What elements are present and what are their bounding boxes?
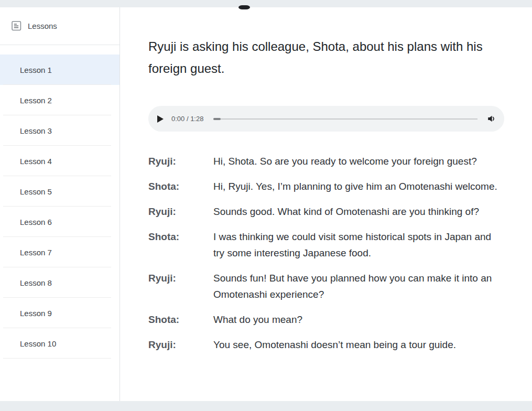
audio-player[interactable]: 0:00 / 1:28 xyxy=(148,106,504,132)
dialogue-transcript: Ryuji: Hi, Shota. So are you ready to we… xyxy=(148,153,504,353)
lessons-icon xyxy=(12,21,21,31)
lesson-item-label: Lesson 2 xyxy=(20,96,52,105)
sidebar-item-lesson-6[interactable]: Lesson 6 xyxy=(0,207,120,237)
sidebar-header: Lessons xyxy=(0,7,120,45)
dialogue-speaker: Ryuji: xyxy=(148,270,213,302)
dialogue-row: Shota: Hi, Ryuji. Yes, I’m planning to g… xyxy=(148,178,504,194)
dialogue-line: Sounds fun! But have you planned how you… xyxy=(213,270,504,302)
sidebar-item-lesson-1[interactable]: Lesson 1 xyxy=(0,55,120,85)
sidebar-title: Lessons xyxy=(28,21,57,30)
lesson-intro-text: Ryuji is asking his colleague, Shota, ab… xyxy=(148,36,504,80)
lesson-item-label: Lesson 3 xyxy=(20,126,52,135)
lessons-sidebar: Lessons Lesson 1 Lesson 2 Lesson 3 Lesso… xyxy=(0,7,120,401)
audio-time-display: 0:00 / 1:28 xyxy=(171,115,203,123)
sidebar-item-lesson-10[interactable]: Lesson 10 xyxy=(0,328,120,359)
sidebar-item-lesson-9[interactable]: Lesson 9 xyxy=(0,298,120,328)
lesson-content: Ryuji is asking his colleague, Shota, ab… xyxy=(120,7,532,401)
sidebar-item-lesson-3[interactable]: Lesson 3 xyxy=(0,115,120,146)
dialogue-row: Shota: I was thinking we could visit som… xyxy=(148,229,504,261)
dialogue-row: Shota: What do you mean? xyxy=(148,311,504,328)
dialogue-row: Ryuji: Sounds fun! But have you planned … xyxy=(148,270,504,302)
sidebar-item-lesson-2[interactable]: Lesson 2 xyxy=(0,85,120,115)
play-icon[interactable] xyxy=(157,115,164,123)
dialogue-line: Hi, Shota. So are you ready to welcome y… xyxy=(213,153,477,169)
dialogue-line: Sounds good. What kind of Omotenashi are… xyxy=(213,203,479,220)
dialogue-row: Ryuji: You see, Omotenashi doesn’t mean … xyxy=(148,337,504,353)
app-surface: Lessons Lesson 1 Lesson 2 Lesson 3 Lesso… xyxy=(0,7,532,401)
lesson-page: Lessons Lesson 1 Lesson 2 Lesson 3 Lesso… xyxy=(0,0,532,411)
lesson-item-label: Lesson 4 xyxy=(20,157,52,166)
lesson-item-label: Lesson 9 xyxy=(20,309,52,318)
dialogue-line: What do you mean? xyxy=(213,311,302,328)
lesson-list: Lesson 1 Lesson 2 Lesson 3 Lesson 4 Less… xyxy=(0,55,120,359)
lesson-item-label: Lesson 5 xyxy=(20,187,52,196)
sidebar-item-lesson-7[interactable]: Lesson 7 xyxy=(0,237,120,267)
lesson-item-label: Lesson 10 xyxy=(20,339,56,348)
lesson-item-label: Lesson 6 xyxy=(20,218,52,226)
dialogue-line: Hi, Ryuji. Yes, I’m planning to give him… xyxy=(213,178,497,194)
dialogue-speaker: Shota: xyxy=(148,311,213,328)
dialogue-speaker: Ryuji: xyxy=(148,203,213,220)
clipped-heading-descender xyxy=(238,5,250,9)
dialogue-speaker: Shota: xyxy=(148,229,213,261)
dialogue-speaker: Ryuji: xyxy=(148,153,213,169)
dialogue-row: Ryuji: Hi, Shota. So are you ready to we… xyxy=(148,153,504,169)
lesson-item-label: Lesson 8 xyxy=(20,278,52,287)
lesson-item-label: Lesson 1 xyxy=(20,66,52,74)
sidebar-item-lesson-4[interactable]: Lesson 4 xyxy=(0,146,120,176)
audio-progress-thumb[interactable] xyxy=(213,118,221,120)
volume-icon[interactable] xyxy=(487,115,495,123)
sidebar-item-lesson-5[interactable]: Lesson 5 xyxy=(0,176,120,207)
dialogue-line: I was thinking we could visit some histo… xyxy=(213,229,504,261)
dialogue-speaker: Ryuji: xyxy=(148,337,213,353)
sidebar-item-lesson-8[interactable]: Lesson 8 xyxy=(0,267,120,298)
dialogue-row: Ryuji: Sounds good. What kind of Omotena… xyxy=(148,203,504,220)
audio-progress-track[interactable] xyxy=(213,118,477,120)
dialogue-speaker: Shota: xyxy=(148,178,213,194)
lesson-item-label: Lesson 7 xyxy=(20,248,52,257)
dialogue-line: You see, Omotenashi doesn’t mean being a… xyxy=(213,337,456,353)
